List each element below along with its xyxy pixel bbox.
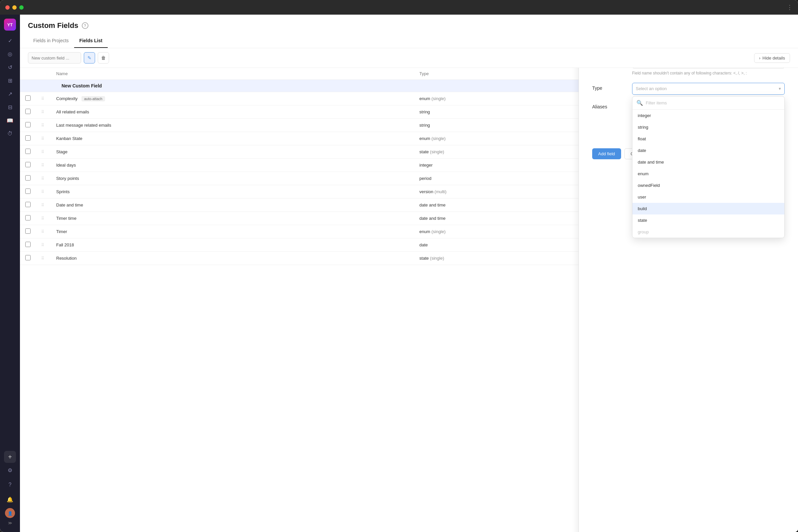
row-checkbox[interactable] [25, 109, 31, 114]
type-dropdown-menu: 🔍 integer string float date date and tim… [632, 96, 785, 238]
drag-handle-icon[interactable]: ⠿ [41, 96, 44, 101]
tab-fields-in-projects[interactable]: Fields in Projects [28, 35, 74, 48]
row-checkbox[interactable] [25, 202, 31, 207]
drag-handle-icon[interactable]: ⠿ [41, 176, 44, 181]
drag-handle-icon[interactable]: ⠿ [41, 229, 44, 234]
help-icon[interactable]: ? [4, 479, 16, 491]
sidebar-item-grid[interactable]: ⊟ [4, 101, 16, 113]
dropdown-item-string[interactable]: string [632, 121, 784, 133]
row-checkbox[interactable] [25, 162, 31, 167]
sidebar-item-book[interactable]: 📖 [4, 114, 16, 126]
row-checkbox[interactable] [25, 255, 31, 260]
row-checkbox[interactable] [25, 189, 31, 194]
title-row: Custom Fields ? [28, 21, 790, 30]
row-checkbox[interactable] [25, 215, 31, 221]
type-cell: enum (single) [419, 229, 445, 234]
type-cell: date and time [419, 216, 445, 221]
page-help-icon[interactable]: ? [82, 22, 89, 29]
table-container: Name Type Default V... New Custom Field [20, 68, 798, 532]
edit-button[interactable]: ✎ [84, 52, 95, 63]
row-checkbox[interactable] [25, 135, 31, 141]
field-name-cell: Timer [56, 229, 67, 234]
type-cell: state (single) [419, 149, 444, 154]
minimize-button[interactable] [12, 5, 17, 10]
type-label: Type [592, 83, 625, 91]
sidebar: YT ✓ ◎ ↺ ⊞ ↗ ⊟ 📖 ⏱ + ⚙ ? 🔔 👤 ≫ [0, 15, 20, 532]
row-checkbox[interactable] [25, 175, 31, 180]
row-checkbox[interactable] [25, 122, 31, 127]
detail-panel: New Custom Field Field Name Field name s… [578, 68, 798, 532]
titlebar: ⋮ [0, 0, 798, 15]
dropdown-item-date-and-time[interactable]: date and time [632, 156, 784, 168]
row-checkbox[interactable] [25, 149, 31, 154]
dropdown-item-float[interactable]: float [632, 133, 784, 145]
field-name-input[interactable] [632, 68, 785, 69]
row-checkbox[interactable] [25, 95, 31, 101]
dropdown-item-group[interactable]: group [632, 226, 784, 238]
dropdown-item-build[interactable]: build [632, 203, 784, 214]
field-name-cell: All related emails [56, 109, 89, 114]
sidebar-item-timer[interactable]: ⏱ [4, 128, 16, 140]
drag-handle-icon[interactable]: ⠿ [41, 243, 44, 247]
sidebar-item-chart[interactable]: ↗ [4, 88, 16, 100]
sidebar-bottom: ⚙ ? 🔔 👤 ≫ [4, 464, 16, 528]
type-cell: enum (single) [419, 136, 445, 141]
type-cell: string [419, 123, 430, 128]
app-body: YT ✓ ◎ ↺ ⊞ ↗ ⊟ 📖 ⏱ + ⚙ ? 🔔 👤 ≫ [0, 15, 798, 532]
aliases-label: Aliases [592, 101, 625, 109]
user-avatar[interactable]: 👤 [5, 508, 15, 518]
type-cell: version (multi) [419, 189, 446, 194]
bell-icon[interactable]: 🔔 [4, 493, 16, 506]
dropdown-item-integer[interactable]: integer [632, 110, 784, 121]
field-name-cell: Timer time [56, 216, 76, 221]
dropdown-item-state[interactable]: state [632, 214, 784, 226]
type-cell: enum (single) [419, 96, 445, 101]
drag-handle-icon[interactable]: ⠿ [41, 216, 44, 221]
new-field-input[interactable] [28, 52, 81, 63]
field-name-cell: Resolution [56, 256, 76, 261]
type-select-placeholder: Select an option [636, 86, 667, 91]
dropdown-item-date[interactable]: date [632, 145, 784, 156]
hide-details-label: Hide details [762, 56, 785, 60]
drag-handle-icon[interactable]: ⠿ [41, 163, 44, 168]
drag-handle-icon[interactable]: ⠿ [41, 190, 44, 194]
type-cell: string [419, 109, 430, 114]
settings-icon[interactable]: ⚙ [4, 464, 16, 476]
type-cell: integer [419, 163, 433, 168]
add-field-button[interactable]: Add field [592, 148, 621, 159]
sidebar-item-history[interactable]: ↺ [4, 61, 16, 73]
drag-handle-icon[interactable]: ⠿ [41, 123, 44, 128]
type-row: Type Select an option ▾ 🔍 [592, 83, 785, 95]
close-button[interactable] [5, 5, 10, 10]
delete-button[interactable]: 🗑 [98, 52, 109, 63]
hide-details-button[interactable]: › Hide details [754, 53, 790, 63]
edit-icon: ✎ [88, 55, 92, 60]
main-content: Custom Fields ? Fields in Projects Field… [20, 15, 798, 532]
drag-handle-icon[interactable]: ⠿ [41, 136, 44, 141]
field-name-cell: Story points [56, 176, 79, 181]
dropdown-item-enum[interactable]: enum [632, 168, 784, 179]
titlebar-menu-icon[interactable]: ⋮ [787, 4, 793, 11]
drag-handle-icon[interactable]: ⠿ [41, 203, 44, 208]
dropdown-item-user[interactable]: user [632, 191, 784, 203]
row-checkbox[interactable] [25, 228, 31, 234]
dropdown-filter-input[interactable] [646, 100, 780, 106]
sidebar-item-check[interactable]: ✓ [4, 35, 16, 46]
svg-text:👤: 👤 [8, 511, 13, 516]
avatar[interactable]: YT [4, 19, 16, 31]
drag-handle-icon[interactable]: ⠿ [41, 110, 44, 114]
sidebar-item-circle[interactable]: ◎ [4, 48, 16, 60]
field-name-field: Field name shouldn't contain any of foll… [632, 68, 785, 76]
drag-handle-icon[interactable]: ⠿ [41, 256, 44, 261]
expand-icon[interactable]: ≫ [8, 521, 12, 525]
tab-fields-list[interactable]: Fields List [74, 35, 108, 48]
sidebar-item-columns[interactable]: ⊞ [4, 75, 16, 87]
type-select-button[interactable]: Select an option ▾ [632, 83, 785, 95]
drag-handle-icon[interactable]: ⠿ [41, 150, 44, 154]
maximize-button[interactable] [19, 5, 24, 10]
dropdown-item-ownedfield[interactable]: ownedField [632, 179, 784, 191]
field-name-cell: Date and time [56, 203, 83, 208]
row-checkbox[interactable] [25, 242, 31, 247]
field-name-cell: Complexity [56, 96, 77, 101]
add-button[interactable]: + [4, 451, 16, 463]
